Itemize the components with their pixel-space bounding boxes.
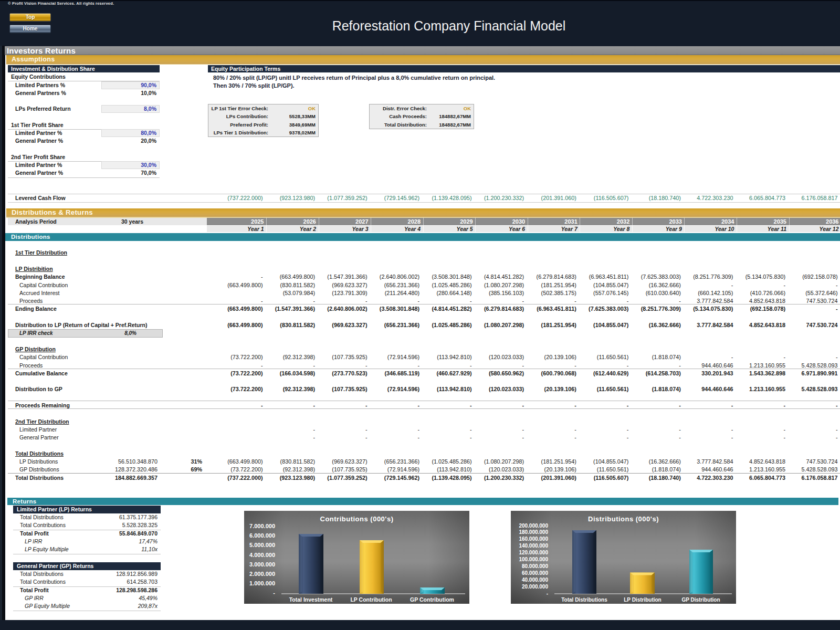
svg-text:3.000.000: 3.000.000 bbox=[249, 561, 275, 568]
svg-text:7.000.000: 7.000.000 bbox=[249, 523, 275, 529]
svg-text:Total Distributions: Total Distributions bbox=[561, 597, 607, 603]
svg-text:120.000.000: 120.000.000 bbox=[519, 550, 548, 555]
svg-text:5.000.000: 5.000.000 bbox=[249, 542, 275, 548]
svg-text:140.000.000: 140.000.000 bbox=[519, 543, 548, 549]
svg-text:6.000.000: 6.000.000 bbox=[249, 532, 275, 539]
svg-text:Contributions (000's): Contributions (000's) bbox=[320, 515, 394, 523]
svg-text:60.000.000: 60.000.000 bbox=[522, 570, 548, 576]
svg-text:1.000.000: 1.000.000 bbox=[249, 580, 275, 586]
svg-text:LP Contribution: LP Contribution bbox=[350, 596, 392, 603]
svg-text:LP Distribution: LP Distribution bbox=[624, 597, 661, 603]
svg-text:GP Contributiom: GP Contributiom bbox=[410, 596, 454, 603]
svg-text:80.000.000: 80.000.000 bbox=[522, 563, 548, 569]
svg-text:-: - bbox=[273, 590, 275, 596]
svg-text:GP Distribution: GP Distribution bbox=[681, 597, 720, 603]
svg-text:180.000.000: 180.000.000 bbox=[519, 529, 548, 535]
svg-text:40.000.000: 40.000.000 bbox=[522, 577, 548, 583]
svg-text:4.000.000: 4.000.000 bbox=[249, 552, 275, 558]
svg-text:160.000.000: 160.000.000 bbox=[519, 536, 548, 542]
svg-text:-: - bbox=[547, 591, 548, 596]
svg-text:100.000.000: 100.000.000 bbox=[519, 556, 548, 562]
svg-text:20.000.000: 20.000.000 bbox=[522, 584, 548, 590]
svg-text:Total Investment: Total Investment bbox=[289, 596, 333, 603]
svg-text:200.000.000: 200.000.000 bbox=[519, 523, 548, 529]
svg-text:2.000.000: 2.000.000 bbox=[249, 571, 275, 577]
svg-text:Distributions (000's): Distributions (000's) bbox=[588, 515, 659, 523]
